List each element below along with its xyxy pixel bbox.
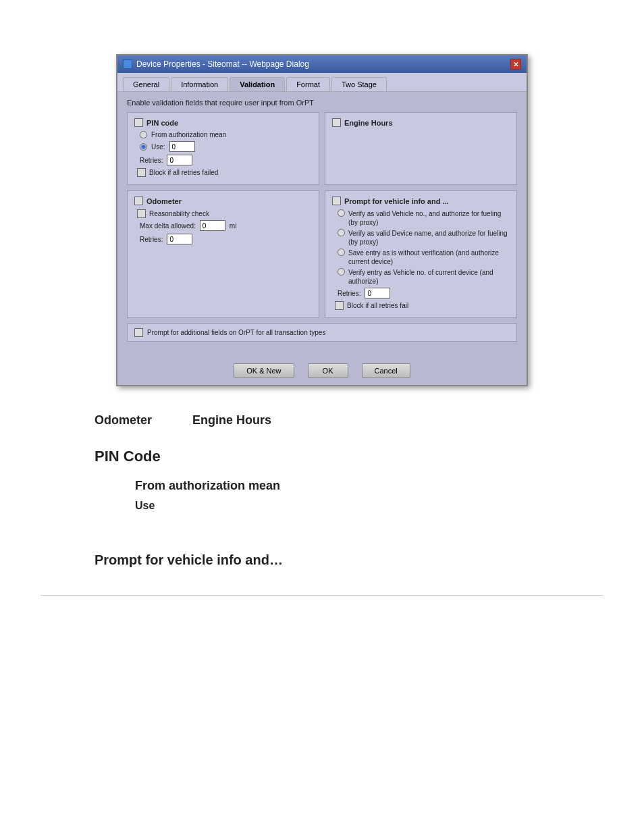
tab-general[interactable]: General [123,77,169,91]
pin-radio-use[interactable] [140,143,147,151]
odometer-page-label: Odometer [95,413,152,427]
prompt-block-label: Block if all retries fail [347,302,408,309]
pin-panel: PIN code From authorization mean Use: Re… [127,112,319,185]
pin-retries-label: Retries: [140,157,163,164]
odometer-max-row: Max delta allowed: mi [134,220,312,231]
prompt-option-2-label: Verify as valid Device name, and authori… [348,229,510,246]
prompt-radio-3[interactable] [338,249,345,256]
prompt-radio-4[interactable] [338,268,345,276]
odometer-retries-input[interactable] [167,234,192,244]
prompt-block-row: Block if all retries fail [332,301,510,310]
pin-retries-row: Retries: [134,155,312,165]
tab-validation[interactable]: Validation [230,77,285,91]
engine-hours-title: Engine Hours [344,119,393,127]
pin-use-row: Use: [134,141,312,152]
prompt-vehicle-page-label: Prompt for vehicle info and… [95,552,549,568]
engine-hours-panel: Engine Hours [325,112,517,185]
top-row: PIN code From authorization mean Use: Re… [127,112,517,185]
prompt-option-4-row: Verify entry as Vehicle no. of current d… [332,268,510,286]
additional-prompt-label: Prompt for additional fields on OrPT for… [147,329,325,336]
prompt-retries-row: Retries: [332,288,510,298]
odometer-unit: mi [230,222,237,230]
prompt-option-4-label: Verify entry as Vehicle no. of current d… [348,268,510,286]
bottom-divider [41,595,603,596]
odometer-title: Odometer [146,197,182,205]
ok-button[interactable]: OK [308,363,348,378]
odometer-title-row: Odometer [134,197,312,205]
dialog-titlebar: Device Properties - Siteomat -- Webpage … [117,55,527,73]
pin-block-row: Block if all retries failed [134,168,312,177]
odometer-retries-label: Retries: [140,236,163,243]
tab-format[interactable]: Format [286,77,330,91]
prompt-option-1-label: Verify as valid Vehicle no., and authori… [348,209,510,227]
close-button[interactable]: ✕ [510,59,521,70]
pin-block-label: Block if all retries failed [149,169,218,176]
pin-use-input[interactable] [169,141,195,152]
pin-retries-input[interactable] [167,155,192,165]
odometer-max-label: Max delta allowed: [140,222,196,230]
dialog-title: Device Properties - Siteomat -- Webpage … [136,59,309,69]
odometer-reason-label: Reasonability check [149,210,209,217]
prompt-option-1-row: Verify as valid Vehicle no., and authori… [332,209,510,227]
prompt-retries-label: Retries: [338,290,360,297]
use-page-label: Use [135,500,549,512]
odometer-engine-row: Odometer Engine Hours [95,413,549,427]
page-labels: Odometer Engine Hours PIN Code From auth… [41,413,603,568]
pin-from-auth-label: From authorization mean [151,131,226,138]
dialog-body: Enable validation fields that require us… [117,92,527,358]
pin-block-checkbox[interactable] [137,168,146,177]
pin-radio-auth[interactable] [140,131,147,138]
additional-prompt-bar: Prompt for additional fields on OrPT for… [127,323,517,342]
dialog-window: Device Properties - Siteomat -- Webpage … [116,54,528,386]
cancel-button[interactable]: Cancel [362,363,410,378]
from-auth-page-label: From authorization mean [135,479,549,493]
prompt-radio-1[interactable] [338,209,345,217]
engine-hours-checkbox[interactable] [332,118,341,127]
pin-title-row: PIN code [134,118,312,127]
section-header: Enable validation fields that require us… [127,99,517,107]
pin-title: PIN code [146,119,178,127]
dialog-icon [123,59,132,69]
tab-bar: General Information Validation Format Tw… [117,73,527,92]
prompt-vehicle-panel: Prompt for vehicle info and ... Verify a… [325,190,517,318]
engine-hours-title-row: Engine Hours [332,118,510,127]
odometer-max-input[interactable] [200,220,225,231]
odometer-reason-row: Reasonability check [134,209,312,218]
prompt-option-3-row: Save entry as is without verification (a… [332,249,510,266]
odometer-reason-checkbox[interactable] [137,209,146,218]
prompt-retries-input[interactable] [365,288,390,298]
prompt-radio-2[interactable] [338,229,345,236]
prompt-title-row: Prompt for vehicle info and ... [332,197,510,205]
bottom-row: Odometer Reasonability check Max delta a… [127,190,517,318]
ok-new-button[interactable]: OK & New [234,363,294,378]
prompt-checkbox[interactable] [332,197,341,205]
pin-code-page-label: PIN Code [95,448,549,465]
odometer-retries-row: Retries: [134,234,312,244]
engine-hours-page-label: Engine Hours [192,413,271,427]
prompt-title: Prompt for vehicle info and ... [344,197,449,205]
pin-from-auth-row: From authorization mean [134,131,312,138]
odometer-panel: Odometer Reasonability check Max delta a… [127,190,319,318]
titlebar-left: Device Properties - Siteomat -- Webpage … [123,59,309,69]
pin-checkbox[interactable] [134,118,143,127]
tab-two-stage[interactable]: Two Stage [331,77,387,91]
prompt-option-3-label: Save entry as is without verification (a… [348,249,510,266]
additional-prompt-checkbox[interactable] [134,328,143,337]
dialog-buttons: OK & New OK Cancel [117,358,527,385]
prompt-block-checkbox[interactable] [335,301,344,310]
prompt-option-2-row: Verify as valid Device name, and authori… [332,229,510,246]
odometer-checkbox[interactable] [134,197,143,205]
tab-information[interactable]: Information [171,77,228,91]
pin-use-label: Use: [151,143,165,151]
